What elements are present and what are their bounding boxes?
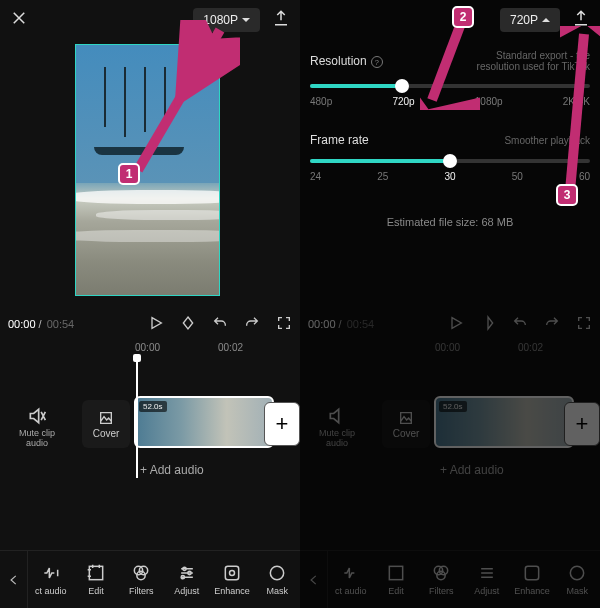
slider-knob[interactable] — [395, 79, 409, 93]
add-clip-button[interactable]: + — [264, 402, 300, 446]
add-audio-button[interactable]: + Add audio — [440, 456, 504, 484]
bottom-toolbar: ct audio Edit Filters Adjust Enhance Mas… — [0, 550, 300, 608]
resolution-button[interactable]: 720P — [500, 8, 560, 32]
tool-edit[interactable]: Edit — [373, 563, 418, 596]
svg-point-2 — [140, 566, 148, 574]
keyframe-icon[interactable] — [180, 315, 196, 333]
svg-point-15 — [571, 566, 584, 579]
fullscreen-icon[interactable] — [276, 315, 292, 333]
screen-left: 1080P 00:00 / 00:54 00:00 00:02 — [0, 0, 300, 608]
screen-right: 720P Resolution? Standard export - the r… — [300, 0, 600, 608]
framerate-hint: Smoother playback — [504, 135, 590, 146]
tool-extract-audio[interactable]: ct audio — [328, 563, 373, 596]
resolution-label: Resolution — [310, 54, 367, 68]
svg-rect-7 — [225, 566, 238, 579]
toolbar-back[interactable] — [300, 551, 328, 608]
redo-icon[interactable] — [544, 315, 560, 333]
resolution-button-label: 1080P — [203, 13, 238, 27]
resolution-ticks: 480p 720p 1080p 2K/4K — [310, 96, 590, 107]
help-icon[interactable]: ? — [371, 56, 383, 68]
resolution-button-label: 720P — [510, 13, 538, 27]
topbar-right: 720P — [300, 0, 600, 40]
tool-filters[interactable]: Filters — [119, 563, 164, 596]
tool-adjust[interactable]: Adjust — [464, 563, 509, 596]
estimated-size: Estimated file size: 68 MB — [310, 216, 590, 228]
toolbar-back[interactable] — [0, 551, 28, 608]
annotation-badge-2: 2 — [452, 6, 474, 28]
time-duration: 00:54 — [47, 318, 75, 330]
cover-button[interactable]: Cover — [382, 400, 430, 448]
framerate-label: Frame rate — [310, 133, 369, 147]
play-icon[interactable] — [448, 315, 464, 333]
slider-knob[interactable] — [443, 154, 457, 168]
resolution-hint: Standard export - the resolution used fo… — [450, 50, 590, 72]
tool-adjust[interactable]: Adjust — [164, 563, 209, 596]
svg-point-9 — [271, 566, 284, 579]
svg-point-8 — [229, 571, 234, 576]
topbar-left: 1080P — [0, 0, 300, 40]
svg-rect-14 — [525, 566, 538, 579]
mute-clip-audio[interactable]: Mute clip audio — [12, 406, 62, 448]
annotation-badge-1: 1 — [118, 163, 140, 185]
svg-point-3 — [137, 571, 145, 579]
export-settings-panel: Resolution? Standard export - the resolu… — [310, 50, 590, 228]
mute-clip-audio[interactable]: Mute clip audio — [312, 406, 362, 448]
framerate-ticks: 24 25 30 50 60 — [310, 171, 590, 182]
framerate-slider[interactable] — [310, 159, 590, 163]
add-clip-button[interactable]: + — [564, 402, 600, 446]
caret-down-icon — [242, 18, 250, 22]
tool-mask[interactable]: Mask — [555, 563, 600, 596]
transport-bar: 00:00 / 00:54 — [300, 310, 600, 338]
tool-enhance[interactable]: Enhance — [209, 563, 254, 596]
play-icon[interactable] — [148, 315, 164, 333]
svg-rect-10 — [389, 566, 402, 579]
svg-point-12 — [440, 566, 448, 574]
annotation-badge-3: 3 — [556, 184, 578, 206]
add-audio-button[interactable]: + Add audio — [140, 456, 204, 484]
export-icon[interactable] — [272, 9, 290, 31]
video-preview[interactable] — [75, 44, 220, 296]
timeline-clip[interactable]: 52.0s — [434, 396, 574, 448]
transport-bar: 00:00 / 00:54 — [0, 310, 300, 338]
bottom-toolbar: ct audio Edit Filters Adjust Enhance Mas… — [300, 550, 600, 608]
fullscreen-icon[interactable] — [576, 315, 592, 333]
svg-point-13 — [437, 571, 445, 579]
tool-mask[interactable]: Mask — [255, 563, 300, 596]
undo-icon[interactable] — [212, 315, 228, 333]
time-current: 00:00 — [8, 318, 36, 330]
keyframe-icon[interactable] — [480, 315, 496, 333]
timeline-ruler[interactable]: 00:00 00:02 — [300, 342, 600, 358]
export-icon[interactable] — [572, 9, 590, 31]
timeline-playhead[interactable] — [136, 358, 138, 478]
tool-edit[interactable]: Edit — [73, 563, 118, 596]
cover-button[interactable]: Cover — [82, 400, 130, 448]
svg-rect-0 — [89, 566, 102, 579]
undo-icon[interactable] — [512, 315, 528, 333]
close-icon[interactable] — [10, 9, 28, 31]
timeline-clip[interactable]: 52.0s — [134, 396, 274, 448]
tool-filters[interactable]: Filters — [419, 563, 464, 596]
redo-icon[interactable] — [244, 315, 260, 333]
timeline-ruler[interactable]: 00:00 00:02 — [0, 342, 300, 358]
tool-enhance[interactable]: Enhance — [509, 563, 554, 596]
resolution-slider[interactable] — [310, 84, 590, 88]
caret-up-icon — [542, 18, 550, 22]
resolution-button[interactable]: 1080P — [193, 8, 260, 32]
tool-extract-audio[interactable]: ct audio — [28, 563, 73, 596]
clip-duration-badge: 52.0s — [139, 401, 167, 412]
